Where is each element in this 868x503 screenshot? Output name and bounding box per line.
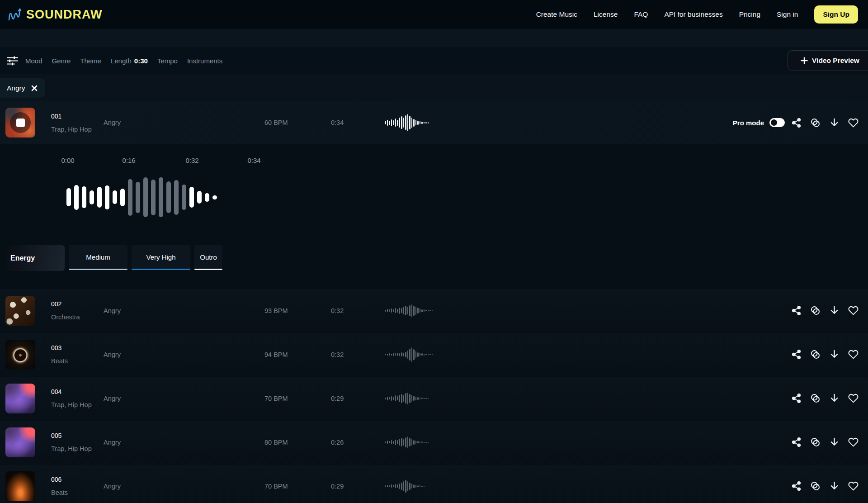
sign-up-button[interactable]: Sign Up [814, 5, 858, 24]
track-actions [791, 118, 868, 128]
favorite-heart-icon[interactable] [848, 437, 859, 447]
track-genres: Trap, Hip Hop [51, 126, 104, 133]
track-actions [791, 437, 868, 447]
mini-waveform [385, 300, 428, 321]
share-icon[interactable] [791, 437, 802, 447]
header: SOUNDRAW Create Music License FAQ API fo… [0, 0, 868, 29]
mini-waveform [385, 476, 428, 497]
wave-icon [7, 6, 25, 23]
track-mood: Angry [104, 439, 264, 446]
nav-pricing[interactable]: Pricing [739, 10, 760, 19]
energy-tab-outro[interactable]: Outro [194, 245, 222, 270]
favorite-heart-icon[interactable] [848, 305, 859, 316]
track-duration: 0:32 [331, 351, 385, 358]
track-number: 002 [51, 300, 104, 308]
segment-waveform[interactable] [66, 176, 217, 218]
mood-tag-angry[interactable]: Angry [0, 78, 45, 98]
pro-mode-toggle[interactable] [769, 118, 785, 127]
mini-waveform [385, 388, 428, 409]
soundraw-logo[interactable]: SOUNDRAW [7, 6, 103, 23]
header-sub-band [0, 29, 868, 47]
nav-license[interactable]: License [594, 10, 618, 19]
favorite-heart-icon[interactable] [848, 118, 859, 128]
similar-songs-icon[interactable] [810, 437, 821, 447]
nav-faq[interactable]: FAQ [634, 10, 648, 19]
track-bpm: 60 BPM [264, 119, 331, 126]
track-artwork[interactable] [5, 384, 35, 413]
track-artwork[interactable] [5, 471, 35, 501]
energy-tab-medium[interactable]: Medium [69, 245, 127, 270]
video-preview-button[interactable]: Video Preview [788, 50, 868, 71]
mini-waveform [385, 112, 428, 133]
track-duration: 0:29 [331, 395, 385, 402]
favorite-heart-icon[interactable] [848, 349, 859, 360]
share-icon[interactable] [791, 393, 802, 403]
share-icon[interactable] [791, 481, 802, 491]
track-row: 005 Trap, Hip Hop Angry 80 BPM 0:26 [0, 421, 868, 464]
track-row: 002 Orchestra Angry 93 BPM 0:32 [0, 289, 868, 332]
stop-button[interactable] [10, 112, 31, 133]
track-genres: Trap, Hip Hop [51, 445, 104, 452]
energy-chip: Energy [7, 245, 65, 271]
tag-label: Angry [7, 84, 25, 92]
track-row-playing: 001 Trap, Hip Hop Angry 60 BPM 0:34 Pro … [0, 101, 868, 144]
track-artwork[interactable] [5, 108, 35, 138]
share-icon[interactable] [791, 305, 802, 316]
similar-songs-icon[interactable] [810, 393, 821, 403]
track-actions [791, 481, 868, 491]
track-artwork[interactable] [5, 296, 35, 326]
close-icon[interactable] [31, 85, 38, 91]
plus-icon [801, 57, 808, 64]
timeline-label: 0:16 [122, 157, 135, 164]
filter-genre[interactable]: Genre [52, 57, 71, 65]
energy-section: Energy Medium Very High Outro [0, 241, 868, 280]
stop-icon [16, 119, 25, 127]
track-duration: 0:26 [331, 439, 385, 446]
track-bpm: 93 BPM [264, 307, 331, 314]
download-icon[interactable] [829, 118, 840, 128]
filter-instruments[interactable]: Instruments [187, 57, 222, 65]
track-artwork[interactable] [5, 340, 35, 370]
track-actions [791, 393, 868, 403]
share-icon[interactable] [791, 349, 802, 360]
download-icon[interactable] [829, 437, 840, 447]
track-genres: Beats [51, 357, 104, 365]
download-icon[interactable] [829, 393, 840, 403]
timeline-label: 0:32 [185, 157, 198, 164]
pro-mode-control: Pro mode [733, 118, 785, 127]
nav-api[interactable]: API for businesses [664, 10, 722, 19]
favorite-heart-icon[interactable] [848, 481, 859, 491]
track-duration: 0:34 [331, 119, 385, 126]
track-actions [791, 349, 868, 360]
sliders-filter-icon[interactable] [7, 56, 18, 66]
share-icon[interactable] [791, 118, 802, 128]
nav-sign-in[interactable]: Sign in [777, 10, 798, 19]
similar-songs-icon[interactable] [810, 481, 821, 491]
filter-length[interactable]: Length0:30 [111, 57, 148, 65]
energy-tab-very-high[interactable]: Very High [132, 245, 190, 270]
pro-mode-label: Pro mode [733, 119, 764, 127]
filter-tempo[interactable]: Tempo [157, 57, 178, 65]
track-actions [791, 305, 868, 316]
track-genres: Orchestra [51, 313, 104, 321]
similar-songs-icon[interactable] [810, 349, 821, 360]
download-icon[interactable] [829, 349, 840, 360]
download-icon[interactable] [829, 481, 840, 491]
filter-length-value: 0:30 [134, 57, 148, 65]
filter-theme[interactable]: Theme [80, 57, 101, 65]
favorite-heart-icon[interactable] [848, 393, 859, 403]
similar-songs-icon[interactable] [810, 118, 821, 128]
track-genres: Trap, Hip Hop [51, 401, 104, 408]
track-genres: Beats [51, 489, 104, 496]
nav-create-music[interactable]: Create Music [536, 10, 577, 19]
filter-mood[interactable]: Mood [25, 57, 42, 65]
track-mood: Angry [104, 395, 264, 402]
energy-label: Energy [10, 254, 35, 262]
track-artwork[interactable] [5, 427, 35, 457]
similar-songs-icon[interactable] [810, 305, 821, 316]
track-number: 005 [51, 432, 104, 439]
track-bpm: 70 BPM [264, 483, 331, 490]
download-icon[interactable] [829, 305, 840, 316]
track-mood: Angry [104, 351, 264, 358]
track-mood: Angry [104, 483, 264, 490]
